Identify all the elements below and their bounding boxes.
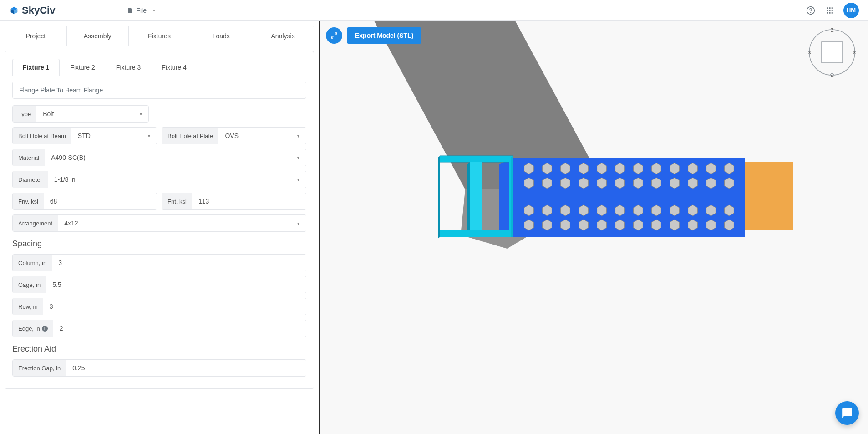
erection-gap-input[interactable] — [72, 364, 299, 372]
chevron-down-icon: ▾ — [297, 177, 299, 182]
bolt-hole-beam-field[interactable]: Bolt Hole at Beam STD▾ — [12, 127, 157, 144]
file-menu[interactable]: File ▾ — [123, 5, 159, 16]
apps-button[interactable] — [824, 5, 835, 16]
gage-input[interactable] — [52, 281, 299, 288]
svg-rect-12 — [822, 42, 843, 63]
tab-assembly[interactable]: Assembly — [67, 26, 129, 46]
chevron-down-icon: ▾ — [297, 133, 299, 138]
bolt-hole-plate-label: Bolt Hole at Plate — [162, 128, 218, 144]
svg-marker-24 — [438, 156, 440, 239]
column-input[interactable] — [58, 259, 299, 266]
export-model-button[interactable]: Export Model (STL) — [347, 27, 421, 44]
gage-field: Gage, in — [12, 276, 306, 293]
main-tabs: Project Assembly Fixtures Loads Analysis — [5, 26, 314, 46]
avatar[interactable]: HM — [843, 3, 859, 18]
help-icon — [806, 6, 815, 15]
info-icon[interactable]: i — [42, 326, 48, 332]
chevron-down-icon: ▾ — [297, 221, 299, 226]
expand-icon — [330, 32, 338, 39]
material-value: A490-SC(B) — [51, 154, 85, 161]
topbar-left: SkyCiv File ▾ — [9, 5, 159, 16]
fixture-description[interactable]: Flange Plate To Beam Flange — [12, 82, 306, 99]
logo-icon — [9, 5, 19, 15]
svg-marker-26 — [467, 162, 470, 230]
diameter-field[interactable]: Diameter 1-1/8 in▾ — [12, 171, 306, 188]
bolt-hole-plate-value: OVS — [225, 132, 239, 139]
svg-rect-2 — [827, 7, 828, 9]
viewport-3d[interactable]: Export Model (STL) Z Z X X — [320, 21, 868, 434]
svg-rect-10 — [832, 12, 833, 13]
bolt-hole-beam-label: Bolt Hole at Beam — [13, 128, 71, 144]
chevron-down-icon: ▾ — [297, 155, 299, 160]
spacing-heading: Spacing — [12, 239, 306, 249]
file-icon — [127, 7, 133, 14]
fixture-tab-4[interactable]: Fixture 4 — [151, 59, 197, 76]
fnt-input[interactable] — [198, 198, 299, 205]
svg-rect-7 — [832, 10, 833, 11]
fnt-label: Fnt, ksi — [162, 193, 192, 209]
fnt-field: Fnt, ksi — [162, 193, 306, 210]
left-panel: Project Assembly Fixtures Loads Analysis… — [0, 21, 320, 434]
fnv-input[interactable] — [50, 198, 150, 205]
chat-button[interactable] — [835, 401, 859, 425]
chevron-down-icon: ▾ — [153, 8, 155, 13]
material-label: Material — [13, 149, 45, 166]
bolt-hole-beam-value: STD — [78, 132, 91, 139]
fixture-tab-1[interactable]: Fixture 1 — [12, 59, 60, 76]
fixture-tabs: Fixture 1 Fixture 2 Fixture 3 Fixture 4 — [12, 59, 306, 76]
fixture-card: Fixture 1 Fixture 2 Fixture 3 Fixture 4 … — [5, 51, 314, 389]
logo[interactable]: SkyCiv — [9, 5, 55, 16]
svg-rect-9 — [829, 12, 831, 13]
type-field[interactable]: Type Bolt▾ — [12, 105, 149, 123]
apps-icon — [826, 6, 834, 15]
model-render — [320, 21, 868, 434]
diameter-value: 1-1/8 in — [54, 176, 76, 183]
topbar-right: HM — [805, 3, 859, 18]
arrangement-value: 4x12 — [64, 220, 78, 227]
row-label: Row, in — [13, 298, 43, 315]
svg-rect-6 — [829, 10, 831, 11]
column-field: Column, in — [12, 254, 306, 271]
tab-fixtures[interactable]: Fixtures — [129, 26, 191, 46]
svg-rect-4 — [832, 7, 833, 9]
row-input[interactable] — [50, 303, 299, 310]
fixture-tab-2[interactable]: Fixture 2 — [60, 59, 105, 76]
chevron-down-icon: ▾ — [148, 133, 150, 138]
row-field: Row, in — [12, 298, 306, 315]
navcube[interactable]: Z Z X X — [807, 27, 857, 77]
material-field[interactable]: Material A490-SC(B)▾ — [12, 149, 306, 166]
viewport-toolbar: Export Model (STL) — [326, 27, 421, 44]
brand-text: SkyCiv — [22, 5, 55, 16]
arrangement-field[interactable]: Arrangement 4x12▾ — [12, 214, 306, 232]
svg-point-1 — [811, 12, 811, 12]
tab-project[interactable]: Project — [5, 26, 67, 46]
navcube-left: X — [808, 50, 812, 55]
tab-analysis[interactable]: Analysis — [252, 26, 314, 46]
fullscreen-button[interactable] — [326, 27, 342, 44]
svg-rect-15 — [743, 162, 793, 230]
file-menu-label: File — [136, 7, 147, 14]
svg-rect-3 — [829, 7, 831, 9]
edge-field: Edge, ini — [12, 320, 306, 337]
help-button[interactable] — [805, 5, 816, 16]
svg-rect-5 — [827, 10, 828, 11]
topbar: SkyCiv File ▾ HM — [0, 0, 868, 21]
fnv-label: Fnv, ksi — [13, 193, 44, 209]
content: Project Assembly Fixtures Loads Analysis… — [0, 21, 868, 434]
column-label: Column, in — [13, 255, 52, 271]
erection-aid-heading: Erection Aid — [12, 344, 306, 354]
gage-label: Gage, in — [13, 276, 46, 293]
fixture-tab-3[interactable]: Fixture 3 — [106, 59, 151, 76]
fnv-field: Fnv, ksi — [12, 193, 157, 210]
tab-loads[interactable]: Loads — [190, 26, 252, 46]
chevron-down-icon: ▾ — [140, 112, 142, 117]
erection-gap-field: Erection Gap, in — [12, 359, 306, 377]
type-label: Type — [13, 106, 36, 122]
svg-rect-8 — [827, 12, 828, 13]
svg-rect-22 — [470, 162, 482, 230]
avatar-initials: HM — [847, 7, 856, 14]
edge-label: Edge, ini — [13, 320, 53, 337]
erection-gap-label: Erection Gap, in — [13, 360, 66, 376]
bolt-hole-plate-field[interactable]: Bolt Hole at Plate OVS▾ — [162, 127, 306, 144]
edge-input[interactable] — [60, 325, 299, 332]
